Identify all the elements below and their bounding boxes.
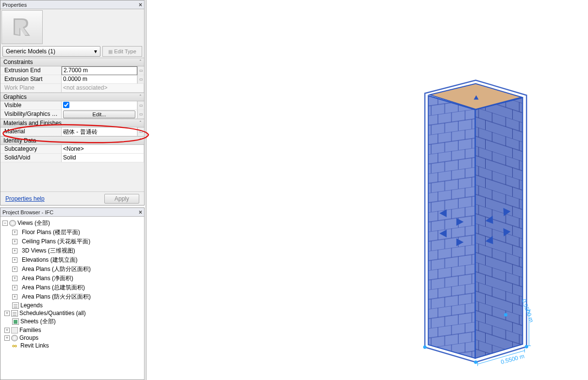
collapse-icon: ˆ [140,121,141,126]
close-icon[interactable]: × [139,1,142,8]
tree-item[interactable]: +Area Plans (总建筑面积) [1,283,143,292]
properties-title: Properties [2,2,27,8]
property-label: Extrusion Start [0,75,62,84]
tree-item-label: Schedules/Quantities (all) [19,310,86,317]
tree-item-label: Ceiling Plans (天花板平面) [22,238,90,246]
tree-item-label: 3D Views (三维视图) [22,247,75,255]
property-value[interactable]: 0.0000 m [62,75,137,84]
tree-item-label: Elevations (建筑立面) [22,256,78,264]
column-side-face[interactable] [475,97,523,358]
expand-icon[interactable]: + [12,257,17,263]
folder-icon [11,327,18,333]
tree-item[interactable]: +Area Plans (人防分区面积) [1,265,143,274]
tree-item[interactable]: +Families [1,326,143,334]
link-icon [12,343,19,349]
property-checkbox[interactable] [63,102,69,108]
viewport-3d[interactable]: 0.5500 m 0.5500 m [146,0,588,380]
close-icon[interactable]: × [139,209,142,216]
expand-icon[interactable]: + [4,311,10,316]
dimension-x-value[interactable]: 0.5500 m [500,353,525,365]
property-label: Material [0,127,62,136]
tree-item-label: Sheets (全部) [20,317,56,326]
chevron-down-icon: ▾ [94,48,97,55]
project-browser-tree[interactable]: − Views (全部) +Floor Plans (楼层平面)+Ceiling… [0,217,144,380]
tree-item[interactable]: Revit Links [1,342,143,349]
property-browse-button[interactable]: ▭ [137,127,144,136]
sheet1-icon [12,302,19,309]
section-identity[interactable]: Identity Data ˆ [0,136,144,145]
revit-logo-thumbnail [1,10,43,44]
property-browse-button[interactable]: ▭ [137,75,144,84]
property-label: Subcategory [0,145,62,154]
property-value[interactable]: <None> [62,145,144,154]
collapse-icon[interactable]: − [2,221,8,226]
property-value[interactable] [62,101,137,110]
property-row[interactable]: Extrusion End2.7000 m▭ [0,66,144,75]
property-value[interactable]: Edit... [62,110,137,119]
tree-item-label: Groups [19,334,38,341]
properties-help-link[interactable]: Properties help [5,195,45,202]
apply-button[interactable]: Apply [104,194,139,204]
expand-icon[interactable]: + [12,285,17,290]
property-row[interactable]: Subcategory<None> [0,145,144,154]
expand-icon[interactable]: + [12,239,17,244]
expand-icon[interactable]: + [12,248,17,253]
tree-item-label: Area Plans (净面积) [22,274,73,283]
project-browser-header[interactable]: Project Browser - IFC × [0,208,144,217]
expand-icon[interactable]: + [12,230,17,235]
property-label: Visible [0,101,62,110]
sheet1-icon [11,310,18,317]
properties-panel: Properties × Generic Models (1) ▾ ▦ Edit… [0,0,145,206]
tree-item[interactable]: Legends [1,301,143,309]
tree-item[interactable]: Sheets (全部) [1,317,143,326]
tree-item-label: Families [19,327,41,333]
property-browse-button[interactable]: ▭ [137,101,144,110]
property-label: Extrusion End [0,66,62,75]
collapse-icon: ˆ [140,138,141,143]
tree-item[interactable]: +Groups [1,334,143,342]
tree-root-views[interactable]: − Views (全部) [1,219,143,228]
section-constraints[interactable]: Constraints ˆ [0,58,144,66]
expand-icon[interactable]: + [12,267,17,272]
tree-item[interactable]: +Schedules/Quantities (all) [1,309,143,317]
property-row[interactable]: Extrusion Start0.0000 m▭ [0,75,144,84]
tree-item[interactable]: +Area Plans (防火分区面积) [1,292,143,301]
project-browser-title: Project Browser - IFC [2,209,53,215]
property-row[interactable]: Work Plane<not associated> [0,84,144,93]
grip-icon[interactable] [504,313,507,317]
grip-icon[interactable] [474,361,477,364]
grip-icon[interactable] [423,346,426,349]
type-selector-value: Generic Models (1) [6,48,55,55]
type-selector-dropdown[interactable]: Generic Models (1) ▾ [2,46,100,57]
column-front-face[interactable] [428,95,475,358]
project-browser-panel: Project Browser - IFC × − Views (全部) +Fl… [0,207,145,380]
property-row[interactable]: Solid/VoidSolid [0,154,144,162]
property-row[interactable]: Visibility/Graphics O...Edit...▭ [0,110,144,119]
tree-item[interactable]: +Floor Plans (楼层平面) [1,228,143,237]
tree-item-label: Area Plans (防火分区面积) [22,293,91,301]
property-row[interactable]: Material砌体 - 普通砖▭ [0,127,144,136]
expand-icon[interactable]: + [12,294,17,300]
property-label: Visibility/Graphics O... [0,110,62,119]
property-value[interactable]: Solid [62,154,144,162]
property-browse-button[interactable]: ▭ [137,110,144,119]
property-value: <not associated> [62,84,144,93]
sheet2-icon [12,318,19,325]
edit-type-button[interactable]: ▦ Edit Type [102,46,142,57]
property-value[interactable]: 2.7000 m [62,66,137,75]
expand-icon[interactable]: + [4,328,10,333]
expand-icon[interactable]: + [4,335,10,341]
property-row[interactable]: Visible▭ [0,101,144,110]
tree-item[interactable]: +Elevations (建筑立面) [1,255,143,265]
tree-item[interactable]: +Area Plans (净面积) [1,274,143,283]
tree-item[interactable]: +3D Views (三维视图) [1,246,143,255]
property-browse-button[interactable]: ▭ [137,66,144,75]
properties-header[interactable]: Properties × [0,0,144,9]
tree-item[interactable]: +Ceiling Plans (天花板平面) [1,237,143,246]
section-materials[interactable]: Materials and Finishes ˆ [0,119,144,127]
edit-type-label: Edit Type [114,48,136,54]
expand-icon[interactable]: + [12,276,17,281]
property-value[interactable]: 砌体 - 普通砖 [62,127,137,136]
section-graphics[interactable]: Graphics ˆ [0,93,144,101]
property-edit-button[interactable]: Edit... [63,111,135,118]
